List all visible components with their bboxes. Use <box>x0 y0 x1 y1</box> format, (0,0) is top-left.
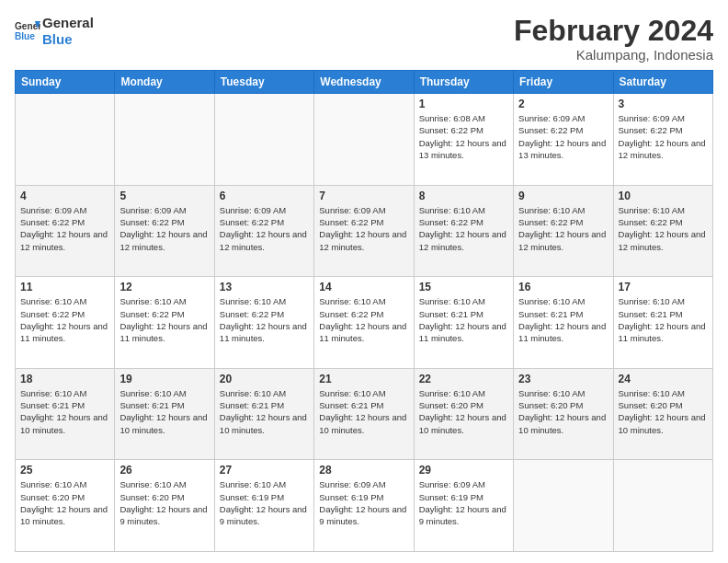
calendar-cell: 14Sunrise: 6:10 AMSunset: 6:22 PMDayligh… <box>314 277 414 369</box>
day-number: 14 <box>319 281 408 293</box>
day-info: Sunrise: 6:10 AMSunset: 6:22 PMDaylight:… <box>518 204 608 253</box>
logo-line1: General <box>42 15 94 31</box>
calendar-cell: 24Sunrise: 6:10 AMSunset: 6:20 PMDayligh… <box>613 368 712 460</box>
day-number: 3 <box>619 98 708 110</box>
day-number: 15 <box>419 281 508 293</box>
calendar-cell: 13Sunrise: 6:10 AMSunset: 6:22 PMDayligh… <box>214 277 313 369</box>
day-number: 29 <box>419 464 508 477</box>
day-number: 2 <box>518 98 608 110</box>
calendar-cell: 10Sunrise: 6:10 AMSunset: 6:22 PMDayligh… <box>613 185 712 277</box>
calendar-cell: 17Sunrise: 6:10 AMSunset: 6:21 PMDayligh… <box>613 277 712 369</box>
day-info: Sunrise: 6:09 AMSunset: 6:22 PMDaylight:… <box>619 112 708 161</box>
day-info: Sunrise: 6:10 AMSunset: 6:19 PMDaylight:… <box>220 478 309 527</box>
day-info: Sunrise: 6:09 AMSunset: 6:22 PMDaylight:… <box>220 204 309 253</box>
logo: General Blue General Blue <box>15 15 94 48</box>
day-number: 28 <box>319 464 408 477</box>
day-number: 20 <box>220 373 309 385</box>
calendar-header-row: SundayMondayTuesdayWednesdayThursdayFrid… <box>16 71 713 94</box>
calendar-cell: 23Sunrise: 6:10 AMSunset: 6:20 PMDayligh… <box>514 368 613 460</box>
day-number: 16 <box>518 281 608 293</box>
day-number: 7 <box>319 190 408 202</box>
calendar-cell <box>514 460 613 552</box>
day-info: Sunrise: 6:10 AMSunset: 6:21 PMDaylight:… <box>619 295 708 344</box>
day-number: 22 <box>419 373 508 385</box>
day-info: Sunrise: 6:10 AMSunset: 6:20 PMDaylight:… <box>518 387 608 436</box>
day-number: 11 <box>20 281 109 293</box>
day-number: 21 <box>319 373 408 385</box>
day-info: Sunrise: 6:10 AMSunset: 6:21 PMDaylight:… <box>119 387 209 436</box>
calendar-cell: 26Sunrise: 6:10 AMSunset: 6:20 PMDayligh… <box>115 460 214 552</box>
day-info: Sunrise: 6:10 AMSunset: 6:22 PMDaylight:… <box>419 204 508 253</box>
calendar-week-3: 11Sunrise: 6:10 AMSunset: 6:22 PMDayligh… <box>16 277 713 369</box>
calendar-table: SundayMondayTuesdayWednesdayThursdayFrid… <box>15 70 713 552</box>
page: General Blue General Blue February 2024 … <box>0 0 728 563</box>
calendar-cell: 3Sunrise: 6:09 AMSunset: 6:22 PMDaylight… <box>613 94 712 186</box>
subtitle: Kalumpang, Indonesia <box>514 47 713 63</box>
calendar-cell: 21Sunrise: 6:10 AMSunset: 6:21 PMDayligh… <box>314 368 414 460</box>
calendar-header-monday: Monday <box>115 71 214 94</box>
day-info: Sunrise: 6:10 AMSunset: 6:21 PMDaylight:… <box>518 295 608 344</box>
calendar-cell: 19Sunrise: 6:10 AMSunset: 6:21 PMDayligh… <box>115 368 214 460</box>
calendar-week-1: 1Sunrise: 6:08 AMSunset: 6:22 PMDaylight… <box>16 94 713 186</box>
day-info: Sunrise: 6:10 AMSunset: 6:22 PMDaylight:… <box>319 295 408 344</box>
day-info: Sunrise: 6:10 AMSunset: 6:22 PMDaylight:… <box>20 295 109 344</box>
calendar-cell: 9Sunrise: 6:10 AMSunset: 6:22 PMDaylight… <box>514 185 613 277</box>
calendar-cell: 28Sunrise: 6:09 AMSunset: 6:19 PMDayligh… <box>314 460 414 552</box>
day-info: Sunrise: 6:08 AMSunset: 6:22 PMDaylight:… <box>419 112 508 161</box>
main-title: February 2024 <box>514 15 713 47</box>
calendar-week-4: 18Sunrise: 6:10 AMSunset: 6:21 PMDayligh… <box>16 368 713 460</box>
day-info: Sunrise: 6:10 AMSunset: 6:21 PMDaylight:… <box>319 387 408 436</box>
day-info: Sunrise: 6:10 AMSunset: 6:21 PMDaylight:… <box>20 387 109 436</box>
calendar-cell: 29Sunrise: 6:09 AMSunset: 6:19 PMDayligh… <box>414 460 513 552</box>
day-number: 27 <box>220 464 309 477</box>
calendar-cell: 12Sunrise: 6:10 AMSunset: 6:22 PMDayligh… <box>115 277 214 369</box>
day-number: 6 <box>220 190 309 202</box>
day-number: 17 <box>619 281 708 293</box>
calendar-cell: 27Sunrise: 6:10 AMSunset: 6:19 PMDayligh… <box>214 460 313 552</box>
calendar-cell: 4Sunrise: 6:09 AMSunset: 6:22 PMDaylight… <box>16 185 115 277</box>
calendar-cell <box>314 94 414 186</box>
day-number: 4 <box>20 190 109 202</box>
day-info: Sunrise: 6:09 AMSunset: 6:19 PMDaylight:… <box>419 478 508 527</box>
day-info: Sunrise: 6:10 AMSunset: 6:22 PMDaylight:… <box>119 295 209 344</box>
calendar-cell: 5Sunrise: 6:09 AMSunset: 6:22 PMDaylight… <box>115 185 214 277</box>
day-number: 12 <box>119 281 209 293</box>
calendar-header-sunday: Sunday <box>16 71 115 94</box>
calendar-header-tuesday: Tuesday <box>214 71 313 94</box>
calendar-cell <box>115 94 214 186</box>
day-info: Sunrise: 6:09 AMSunset: 6:19 PMDaylight:… <box>319 478 408 527</box>
day-number: 10 <box>619 190 708 202</box>
day-number: 23 <box>518 373 608 385</box>
day-number: 1 <box>419 98 508 110</box>
day-info: Sunrise: 6:09 AMSunset: 6:22 PMDaylight:… <box>20 204 109 253</box>
day-info: Sunrise: 6:10 AMSunset: 6:20 PMDaylight:… <box>619 387 708 436</box>
calendar-cell: 20Sunrise: 6:10 AMSunset: 6:21 PMDayligh… <box>214 368 313 460</box>
day-number: 5 <box>119 190 209 202</box>
day-number: 8 <box>419 190 508 202</box>
calendar-cell <box>214 94 313 186</box>
calendar-header-thursday: Thursday <box>414 71 513 94</box>
day-number: 18 <box>20 373 109 385</box>
title-block: February 2024 Kalumpang, Indonesia <box>514 15 713 63</box>
day-info: Sunrise: 6:10 AMSunset: 6:22 PMDaylight:… <box>220 295 309 344</box>
day-info: Sunrise: 6:10 AMSunset: 6:22 PMDaylight:… <box>619 204 708 253</box>
calendar-week-5: 25Sunrise: 6:10 AMSunset: 6:20 PMDayligh… <box>16 460 713 552</box>
calendar-cell: 22Sunrise: 6:10 AMSunset: 6:20 PMDayligh… <box>414 368 513 460</box>
day-info: Sunrise: 6:09 AMSunset: 6:22 PMDaylight:… <box>518 112 608 161</box>
logo-icon: General Blue <box>15 18 40 44</box>
calendar-cell <box>16 94 115 186</box>
day-info: Sunrise: 6:10 AMSunset: 6:20 PMDaylight:… <box>20 478 109 527</box>
day-info: Sunrise: 6:10 AMSunset: 6:20 PMDaylight:… <box>419 387 508 436</box>
day-number: 19 <box>119 373 209 385</box>
calendar-cell: 25Sunrise: 6:10 AMSunset: 6:20 PMDayligh… <box>16 460 115 552</box>
day-info: Sunrise: 6:09 AMSunset: 6:22 PMDaylight:… <box>319 204 408 253</box>
calendar-cell <box>613 460 712 552</box>
day-info: Sunrise: 6:09 AMSunset: 6:22 PMDaylight:… <box>119 204 209 253</box>
calendar-header-saturday: Saturday <box>613 71 712 94</box>
day-info: Sunrise: 6:10 AMSunset: 6:21 PMDaylight:… <box>220 387 309 436</box>
header: General Blue General Blue February 2024 … <box>15 15 713 63</box>
day-info: Sunrise: 6:10 AMSunset: 6:20 PMDaylight:… <box>119 478 209 527</box>
day-number: 26 <box>119 464 209 477</box>
calendar-cell: 8Sunrise: 6:10 AMSunset: 6:22 PMDaylight… <box>414 185 513 277</box>
calendar-header-wednesday: Wednesday <box>314 71 414 94</box>
